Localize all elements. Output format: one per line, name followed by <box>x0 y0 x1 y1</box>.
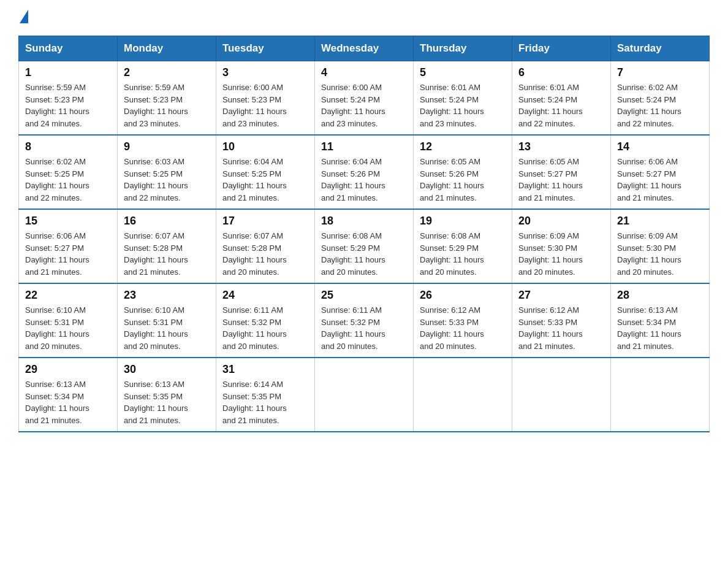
day-number: 16 <box>124 215 210 228</box>
day-number: 27 <box>518 289 604 302</box>
day-info: Sunrise: 5:59 AMSunset: 5:23 PMDaylight:… <box>124 82 210 129</box>
day-info: Sunrise: 6:07 AMSunset: 5:28 PMDaylight:… <box>222 230 308 278</box>
day-cell: 24Sunrise: 6:11 AMSunset: 5:32 PMDayligh… <box>216 283 315 358</box>
day-number: 7 <box>617 66 703 79</box>
day-info: Sunrise: 5:59 AMSunset: 5:23 PMDaylight:… <box>25 82 111 129</box>
day-cell <box>611 358 710 432</box>
day-info: Sunrise: 6:11 AMSunset: 5:32 PMDaylight:… <box>222 304 308 352</box>
day-cell: 11Sunrise: 6:04 AMSunset: 5:26 PMDayligh… <box>315 135 414 209</box>
day-info: Sunrise: 6:01 AMSunset: 5:24 PMDaylight:… <box>518 82 604 129</box>
week-row-1: 1Sunrise: 5:59 AMSunset: 5:23 PMDaylight… <box>19 61 710 136</box>
day-info: Sunrise: 6:11 AMSunset: 5:32 PMDaylight:… <box>321 304 407 352</box>
day-info: Sunrise: 6:12 AMSunset: 5:33 PMDaylight:… <box>518 304 604 352</box>
week-row-3: 15Sunrise: 6:06 AMSunset: 5:27 PMDayligh… <box>19 209 710 283</box>
day-info: Sunrise: 6:06 AMSunset: 5:27 PMDaylight:… <box>617 156 703 204</box>
day-cell: 18Sunrise: 6:08 AMSunset: 5:29 PMDayligh… <box>315 209 414 283</box>
logo-triangle-icon <box>20 10 28 23</box>
day-number: 30 <box>124 363 210 376</box>
day-cell: 10Sunrise: 6:04 AMSunset: 5:25 PMDayligh… <box>216 135 315 209</box>
day-cell: 7Sunrise: 6:02 AMSunset: 5:24 PMDaylight… <box>611 61 710 136</box>
day-cell: 22Sunrise: 6:10 AMSunset: 5:31 PMDayligh… <box>19 283 118 358</box>
day-cell: 8Sunrise: 6:02 AMSunset: 5:25 PMDaylight… <box>19 135 118 209</box>
day-cell: 27Sunrise: 6:12 AMSunset: 5:33 PMDayligh… <box>512 283 611 358</box>
day-cell: 21Sunrise: 6:09 AMSunset: 5:30 PMDayligh… <box>611 209 710 283</box>
header-cell-wednesday: Wednesday <box>315 36 414 61</box>
day-cell: 23Sunrise: 6:10 AMSunset: 5:31 PMDayligh… <box>118 283 216 358</box>
day-number: 13 <box>518 140 604 153</box>
day-number: 29 <box>25 363 111 376</box>
header-row: SundayMondayTuesdayWednesdayThursdayFrid… <box>19 36 710 61</box>
header <box>18 12 710 23</box>
day-number: 26 <box>420 289 506 302</box>
day-cell: 16Sunrise: 6:07 AMSunset: 5:28 PMDayligh… <box>118 209 216 283</box>
day-info: Sunrise: 6:10 AMSunset: 5:31 PMDaylight:… <box>124 304 210 352</box>
day-cell: 20Sunrise: 6:09 AMSunset: 5:30 PMDayligh… <box>512 209 611 283</box>
day-info: Sunrise: 6:02 AMSunset: 5:24 PMDaylight:… <box>617 82 703 129</box>
day-cell <box>512 358 611 432</box>
calendar-header: SundayMondayTuesdayWednesdayThursdayFrid… <box>19 36 710 61</box>
header-cell-tuesday: Tuesday <box>216 36 315 61</box>
day-cell <box>315 358 414 432</box>
day-info: Sunrise: 6:13 AMSunset: 5:34 PMDaylight:… <box>617 304 703 352</box>
day-number: 24 <box>222 289 308 302</box>
day-cell: 19Sunrise: 6:08 AMSunset: 5:29 PMDayligh… <box>414 209 512 283</box>
header-cell-friday: Friday <box>512 36 611 61</box>
day-cell: 25Sunrise: 6:11 AMSunset: 5:32 PMDayligh… <box>315 283 414 358</box>
day-cell: 17Sunrise: 6:07 AMSunset: 5:28 PMDayligh… <box>216 209 315 283</box>
day-number: 2 <box>124 66 210 79</box>
day-number: 18 <box>321 215 407 228</box>
day-number: 3 <box>222 66 308 79</box>
calendar-body: 1Sunrise: 5:59 AMSunset: 5:23 PMDaylight… <box>19 61 710 432</box>
day-info: Sunrise: 6:05 AMSunset: 5:27 PMDaylight:… <box>518 156 604 204</box>
day-cell: 15Sunrise: 6:06 AMSunset: 5:27 PMDayligh… <box>19 209 118 283</box>
day-info: Sunrise: 6:07 AMSunset: 5:28 PMDaylight:… <box>124 230 210 278</box>
day-cell: 2Sunrise: 5:59 AMSunset: 5:23 PMDaylight… <box>118 61 216 136</box>
day-cell: 12Sunrise: 6:05 AMSunset: 5:26 PMDayligh… <box>414 135 512 209</box>
day-number: 1 <box>25 66 111 79</box>
day-info: Sunrise: 6:10 AMSunset: 5:31 PMDaylight:… <box>25 304 111 352</box>
week-row-5: 29Sunrise: 6:13 AMSunset: 5:34 PMDayligh… <box>19 358 710 432</box>
logo <box>18 12 28 23</box>
day-cell: 6Sunrise: 6:01 AMSunset: 5:24 PMDaylight… <box>512 61 611 136</box>
day-number: 22 <box>25 289 111 302</box>
day-info: Sunrise: 6:00 AMSunset: 5:24 PMDaylight:… <box>321 82 407 129</box>
day-cell: 3Sunrise: 6:00 AMSunset: 5:23 PMDaylight… <box>216 61 315 136</box>
day-number: 23 <box>124 289 210 302</box>
day-number: 4 <box>321 66 407 79</box>
day-cell: 30Sunrise: 6:13 AMSunset: 5:35 PMDayligh… <box>118 358 216 432</box>
day-info: Sunrise: 6:14 AMSunset: 5:35 PMDaylight:… <box>222 378 308 426</box>
day-cell: 5Sunrise: 6:01 AMSunset: 5:24 PMDaylight… <box>414 61 512 136</box>
day-info: Sunrise: 6:08 AMSunset: 5:29 PMDaylight:… <box>420 230 506 278</box>
day-number: 15 <box>25 215 111 228</box>
day-info: Sunrise: 6:06 AMSunset: 5:27 PMDaylight:… <box>25 230 111 278</box>
day-cell: 1Sunrise: 5:59 AMSunset: 5:23 PMDaylight… <box>19 61 118 136</box>
day-number: 19 <box>420 215 506 228</box>
calendar-table: SundayMondayTuesdayWednesdayThursdayFrid… <box>18 36 710 432</box>
day-cell: 28Sunrise: 6:13 AMSunset: 5:34 PMDayligh… <box>611 283 710 358</box>
day-number: 11 <box>321 140 407 153</box>
day-cell: 29Sunrise: 6:13 AMSunset: 5:34 PMDayligh… <box>19 358 118 432</box>
day-number: 8 <box>25 140 111 153</box>
day-info: Sunrise: 6:04 AMSunset: 5:25 PMDaylight:… <box>222 156 308 204</box>
day-number: 10 <box>222 140 308 153</box>
day-number: 12 <box>420 140 506 153</box>
day-info: Sunrise: 6:12 AMSunset: 5:33 PMDaylight:… <box>420 304 506 352</box>
day-number: 25 <box>321 289 407 302</box>
day-cell: 4Sunrise: 6:00 AMSunset: 5:24 PMDaylight… <box>315 61 414 136</box>
day-number: 31 <box>222 363 308 376</box>
day-cell: 13Sunrise: 6:05 AMSunset: 5:27 PMDayligh… <box>512 135 611 209</box>
day-number: 21 <box>617 215 703 228</box>
day-cell <box>414 358 512 432</box>
week-row-2: 8Sunrise: 6:02 AMSunset: 5:25 PMDaylight… <box>19 135 710 209</box>
day-info: Sunrise: 6:05 AMSunset: 5:26 PMDaylight:… <box>420 156 506 204</box>
day-info: Sunrise: 6:13 AMSunset: 5:35 PMDaylight:… <box>124 378 210 426</box>
day-number: 14 <box>617 140 703 153</box>
day-cell: 31Sunrise: 6:14 AMSunset: 5:35 PMDayligh… <box>216 358 315 432</box>
day-info: Sunrise: 6:01 AMSunset: 5:24 PMDaylight:… <box>420 82 506 129</box>
day-number: 28 <box>617 289 703 302</box>
day-info: Sunrise: 6:04 AMSunset: 5:26 PMDaylight:… <box>321 156 407 204</box>
day-info: Sunrise: 6:09 AMSunset: 5:30 PMDaylight:… <box>518 230 604 278</box>
day-info: Sunrise: 6:02 AMSunset: 5:25 PMDaylight:… <box>25 156 111 204</box>
day-number: 17 <box>222 215 308 228</box>
header-cell-monday: Monday <box>118 36 216 61</box>
